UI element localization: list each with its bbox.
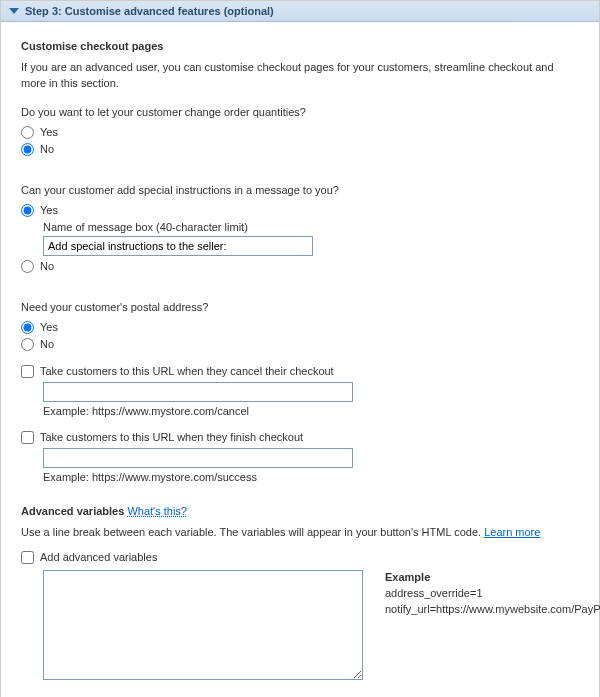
advanced-heading: Advanced variables What's this? [21,505,579,517]
addr-no-radio[interactable] [21,338,34,351]
panel-header[interactable]: Step 3: Customise advanced features (opt… [1,1,599,22]
finish-url-row[interactable]: Take customers to this URL when they fin… [21,431,579,444]
advanced-help-row: Use a line break between each variable. … [21,525,579,541]
msg-no-row[interactable]: No [21,260,579,273]
msg-box-config: Name of message box (40-character limit) [43,221,579,256]
cancel-url-row[interactable]: Take customers to this URL when they can… [21,365,579,378]
advanced-vars-textarea[interactable] [43,570,363,680]
step3-panel: Step 3: Customise advanced features (opt… [0,0,600,697]
finish-url-checkbox[interactable] [21,431,34,444]
advanced-help-text: Use a line break between each variable. … [21,526,481,538]
cancel-url-group: Take customers to this URL when they can… [21,365,579,417]
msg-no-radio[interactable] [21,260,34,273]
qty-no-label: No [40,143,54,155]
addr-no-label: No [40,338,54,350]
advanced-example-block: Example address_override=1 notify_url=ht… [385,570,600,618]
finish-url-input[interactable] [43,448,353,468]
finish-url-example: Example: https://www.mystore.com/success [43,471,579,483]
msg-no-label: No [40,260,54,272]
panel-title: Step 3: Customise advanced features (opt… [25,5,274,17]
add-adv-vars-label: Add advanced variables [40,551,157,563]
cancel-url-label: Take customers to this URL when they can… [40,365,334,377]
whats-this-link[interactable]: What's this? [127,505,187,517]
add-adv-vars-row[interactable]: Add advanced variables [21,551,579,564]
advanced-example-line1: address_override=1 [385,586,600,602]
add-adv-vars-checkbox[interactable] [21,551,34,564]
msg-box-name-input[interactable] [43,236,313,256]
finish-url-label: Take customers to this URL when they fin… [40,431,303,443]
qty-yes-row[interactable]: Yes [21,126,579,139]
cancel-url-checkbox[interactable] [21,365,34,378]
learn-more-link[interactable]: Learn more [484,526,540,538]
question-change-qty: Do you want to let your customer change … [21,106,579,118]
addr-no-row[interactable]: No [21,338,579,351]
msg-yes-label: Yes [40,204,58,216]
msg-yes-radio[interactable] [21,204,34,217]
cancel-url-example: Example: https://www.mystore.com/cancel [43,405,579,417]
qty-yes-label: Yes [40,126,58,138]
cancel-url-input[interactable] [43,382,353,402]
collapse-arrow-icon [9,8,19,14]
panel-body: Customise checkout pages If you are an a… [1,22,599,697]
advanced-heading-text: Advanced variables [21,505,124,517]
qty-no-radio[interactable] [21,143,34,156]
question-special-msg: Can your customer add special instructio… [21,184,579,196]
msg-box-name-label: Name of message box (40-character limit) [43,221,579,233]
finish-url-group: Take customers to this URL when they fin… [21,431,579,483]
addr-yes-radio[interactable] [21,321,34,334]
advanced-example-title: Example [385,570,600,586]
qty-yes-radio[interactable] [21,126,34,139]
checkout-intro: If you are an advanced user, you can cus… [21,60,579,92]
advanced-content-row: Example address_override=1 notify_url=ht… [21,570,579,682]
question-postal-addr: Need your customer's postal address? [21,301,579,313]
msg-yes-row[interactable]: Yes [21,204,579,217]
addr-yes-label: Yes [40,321,58,333]
advanced-example-line2: notify_url=https://www.mywebsite.com/Pay… [385,602,600,618]
qty-no-row[interactable]: No [21,143,579,156]
addr-yes-row[interactable]: Yes [21,321,579,334]
checkout-section-title: Customise checkout pages [21,40,579,52]
